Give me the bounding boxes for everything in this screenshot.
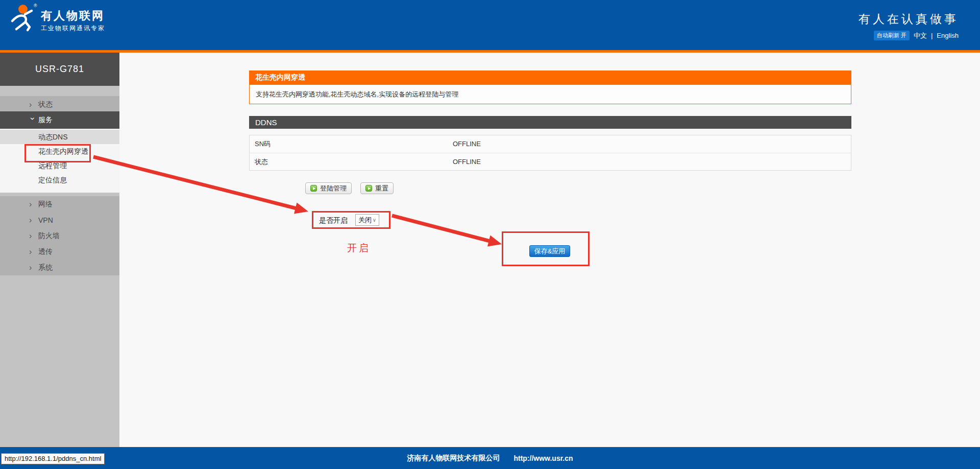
table-row-sn: SN码 OFFLINE <box>250 135 851 153</box>
annotation-text-enable: 开启 <box>347 242 371 255</box>
reset-button[interactable]: 重置 <box>360 182 394 194</box>
chevron-right-icon: › <box>29 248 36 256</box>
chevron-right-icon: › <box>29 101 36 109</box>
footer-website-link[interactable]: http://www.usr.cn <box>513 454 573 462</box>
services-submenu: 动态DNS 花生壳内网穿透 远程管理 定位信息 <box>0 129 119 193</box>
lang-english-link[interactable]: English <box>937 32 959 39</box>
row-value: OFFLINE <box>453 153 481 171</box>
chevron-right-icon: › <box>29 264 36 272</box>
browser-link-preview: http://192.168.1.1/pddns_cn.html <box>1 453 105 464</box>
save-apply-button[interactable]: 保存&应用 <box>529 245 570 257</box>
sidebar-item-label: 防火墙 <box>38 231 60 241</box>
chevron-right-icon: › <box>29 216 36 224</box>
ddns-section-header: DDNS <box>249 116 851 129</box>
sidebar-item-system[interactable]: › 系统 <box>0 260 119 275</box>
auto-refresh-badge[interactable]: 自动刷新 开 <box>874 31 910 40</box>
run-icon <box>365 185 372 192</box>
sidebar-item-label: 系统 <box>38 263 53 272</box>
submenu-item-peanut-shell-nat[interactable]: 花生壳内网穿透 <box>0 144 119 158</box>
sidebar-item-label: 状态 <box>38 100 53 109</box>
run-icon <box>310 185 317 192</box>
sidebar-item-label: 网络 <box>38 200 53 209</box>
lang-divider: | <box>931 32 933 39</box>
row-label: 状态 <box>255 153 268 171</box>
sidebar: USR-G781 › 状态 › 服务 动态DNS 花生壳内网穿透 远程管理 定位… <box>0 53 119 447</box>
header-slogan: 有人在认真做事 <box>859 11 959 27</box>
sidebar-item-label: 透传 <box>38 247 53 256</box>
submenu-item-location-info[interactable]: 定位信息 <box>0 173 119 187</box>
usriot-logo-icon <box>9 4 37 33</box>
reset-label: 重置 <box>375 184 388 193</box>
registered-mark: ® <box>34 3 37 8</box>
row-value: OFFLINE <box>453 135 481 153</box>
table-row-status: 状态 OFFLINE <box>250 153 851 170</box>
enable-select-value: 关闭 <box>358 216 372 225</box>
row-label: SN码 <box>255 135 271 153</box>
status-table: SN码 OFFLINE 状态 OFFLINE <box>249 135 851 171</box>
annotation-arrow-2 <box>392 216 490 241</box>
device-model-title: USR-G781 <box>0 53 119 86</box>
sidebar-item-network[interactable]: › 网络 <box>0 196 119 212</box>
chevron-down-icon: ∨ <box>373 217 376 223</box>
lang-chinese-link[interactable]: 中文 <box>914 31 927 40</box>
sidebar-item-label: 服务 <box>38 115 53 125</box>
submenu-item-ddns[interactable]: 动态DNS <box>0 130 119 144</box>
sidebar-item-status[interactable]: › 状态 <box>0 96 119 113</box>
sidebar-item-services[interactable]: › 服务 <box>0 111 119 129</box>
chevron-right-icon: › <box>29 232 36 240</box>
sidebar-item-passthrough[interactable]: › 透传 <box>0 244 119 260</box>
header-links: 自动刷新 开 中文 | English <box>874 31 959 40</box>
page-description: 支持花生壳内网穿透功能,花生壳动态域名,实现设备的远程登陆与管理 <box>249 84 851 104</box>
chevron-down-icon: › <box>29 118 37 125</box>
sidebar-item-vpn[interactable]: › VPN <box>0 212 119 228</box>
login-manage-label: 登陆管理 <box>320 184 347 193</box>
sidebar-item-label: VPN <box>38 216 53 224</box>
header: ® 有人物联网 工业物联网通讯专家 有人在认真做事 自动刷新 开 中文 | En… <box>0 0 980 50</box>
submenu-item-remote-management[interactable]: 远程管理 <box>0 158 119 173</box>
enable-setting-row: 是否开启 关闭 ∨ <box>312 211 390 229</box>
brand-title: 有人物联网 <box>41 8 105 24</box>
footer-company: 济南有人物联网技术有限公司 <box>407 454 500 463</box>
brand-subtitle: 工业物联网通讯专家 <box>41 24 105 33</box>
sidebar-item-firewall[interactable]: › 防火墙 <box>0 228 119 244</box>
action-button-row: 登陆管理 重置 <box>305 182 394 194</box>
footer: 济南有人物联网技术有限公司 http://www.usr.cn <box>0 447 980 469</box>
enable-select[interactable]: 关闭 ∨ <box>355 214 379 226</box>
header-accent-stripe <box>0 50 980 53</box>
login-manage-button[interactable]: 登陆管理 <box>305 182 352 194</box>
page-title-banner: 花生壳内网穿透 <box>249 71 851 84</box>
chevron-right-icon: › <box>29 200 36 208</box>
enable-label: 是否开启 <box>319 216 348 225</box>
